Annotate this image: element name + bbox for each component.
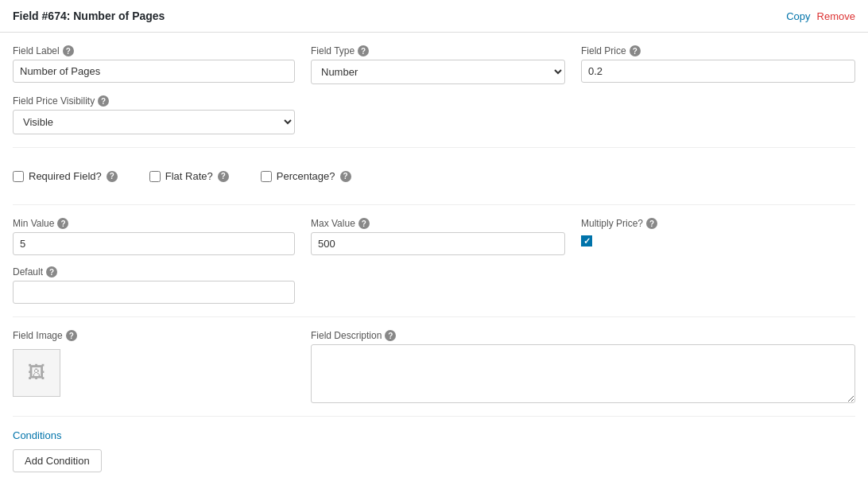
percentage-item: Percentage? ?	[261, 170, 351, 182]
max-value-input[interactable]	[311, 232, 565, 255]
field-title: Field #674: Number of Pages	[13, 10, 165, 22]
field-price-visibility-label: Field Price Visibility ?	[13, 95, 295, 107]
field-label-group: Field Label ?	[13, 45, 295, 83]
checkbox-row: Required Field? ? Flat Rate? ? Percentag…	[13, 161, 855, 192]
default-help-icon[interactable]: ?	[46, 266, 57, 278]
max-value-help-icon[interactable]: ?	[358, 218, 370, 229]
default-group: Default ?	[13, 266, 295, 304]
min-max-row: Min Value ? Max Value ? Multiply Price? …	[13, 218, 855, 255]
section-conditions: Conditions Add Condition	[13, 429, 855, 485]
percentage-label: Percentage?	[277, 170, 335, 182]
conditions-link[interactable]: Conditions	[13, 429, 855, 441]
field-label-help-icon[interactable]: ?	[63, 45, 74, 56]
flat-rate-item: Flat Rate? ?	[149, 170, 229, 182]
field-type-select[interactable]: Number Text Select Checkbox	[311, 60, 565, 84]
multiply-price-help-icon[interactable]: ?	[646, 218, 657, 229]
field-price-visibility-help-icon[interactable]: ?	[98, 95, 109, 107]
field-price-input[interactable]	[581, 60, 855, 83]
field-header: Field #674: Number of Pages Copy Remove	[0, 0, 868, 33]
row-default: Default ?	[13, 266, 855, 304]
default-label: Default ?	[13, 266, 295, 278]
min-value-input[interactable]	[13, 232, 295, 255]
field-price-visibility-group: Field Price Visibility ? Visible Hidden	[13, 95, 295, 134]
remove-button[interactable]: Remove	[817, 10, 855, 22]
header-actions: Copy Remove	[786, 10, 855, 22]
field-desc-textarea[interactable]	[311, 344, 855, 403]
row-visibility: Field Price Visibility ? Visible Hidden	[13, 95, 855, 134]
field-type-label: Field Type ?	[311, 45, 565, 56]
multiply-price-group: Multiply Price? ?	[581, 218, 855, 246]
min-value-group: Min Value ?	[13, 218, 295, 255]
image-placeholder[interactable]: 🖼	[13, 349, 60, 397]
copy-button[interactable]: Copy	[786, 10, 810, 22]
field-image-help-icon[interactable]: ?	[66, 330, 77, 341]
flat-rate-help-icon[interactable]: ?	[218, 171, 229, 182]
field-type-group: Field Type ? Number Text Select Checkbox	[311, 45, 565, 84]
min-value-help-icon[interactable]: ?	[57, 218, 68, 229]
field-label-input[interactable]	[13, 60, 295, 83]
field-price-label: Field Price ?	[581, 45, 855, 56]
required-field-help-icon[interactable]: ?	[107, 171, 118, 182]
field-image-label: Field Image ?	[13, 330, 295, 341]
section-checkboxes: Required Field? ? Flat Rate? ? Percentag…	[13, 161, 855, 205]
form-content: Field Label ? Field Type ? Number Text S…	[0, 33, 868, 493]
min-value-label: Min Value ?	[13, 218, 295, 229]
field-desc-label: Field Description ?	[311, 330, 855, 341]
field-price-visibility-select[interactable]: Visible Hidden	[13, 110, 295, 134]
image-desc-row: Field Image ? 🖼 Field Description ?	[13, 330, 855, 403]
add-condition-button[interactable]: Add Condition	[13, 449, 102, 472]
field-price-group: Field Price ?	[581, 45, 855, 83]
field-desc-group: Field Description ?	[311, 330, 855, 403]
section-image-desc: Field Image ? 🖼 Field Description ?	[13, 330, 855, 417]
multiply-price-checkbox[interactable]	[581, 235, 592, 246]
field-type-help-icon[interactable]: ?	[358, 45, 369, 56]
multiply-checkbox-row	[581, 235, 855, 246]
default-input[interactable]	[13, 281, 295, 304]
row-top: Field Label ? Field Type ? Number Text S…	[13, 45, 855, 84]
section-min-max: Min Value ? Max Value ? Multiply Price? …	[13, 218, 855, 317]
section-top-fields: Field Label ? Field Type ? Number Text S…	[13, 45, 855, 148]
multiply-price-label: Multiply Price? ?	[581, 218, 855, 229]
field-desc-help-icon[interactable]: ?	[385, 330, 396, 341]
percentage-help-icon[interactable]: ?	[340, 171, 351, 182]
field-price-help-icon[interactable]: ?	[630, 45, 641, 56]
required-field-item: Required Field? ?	[13, 170, 118, 182]
field-image-group: Field Image ? 🖼	[13, 330, 295, 397]
flat-rate-checkbox[interactable]	[149, 171, 161, 182]
flat-rate-label: Flat Rate?	[165, 170, 213, 182]
max-value-group: Max Value ?	[311, 218, 565, 255]
max-value-label: Max Value ?	[311, 218, 565, 229]
field-label-label: Field Label ?	[13, 45, 295, 56]
image-icon: 🖼	[28, 363, 45, 383]
percentage-checkbox[interactable]	[261, 171, 272, 182]
required-field-label: Required Field?	[29, 170, 102, 182]
required-field-checkbox[interactable]	[13, 171, 24, 182]
